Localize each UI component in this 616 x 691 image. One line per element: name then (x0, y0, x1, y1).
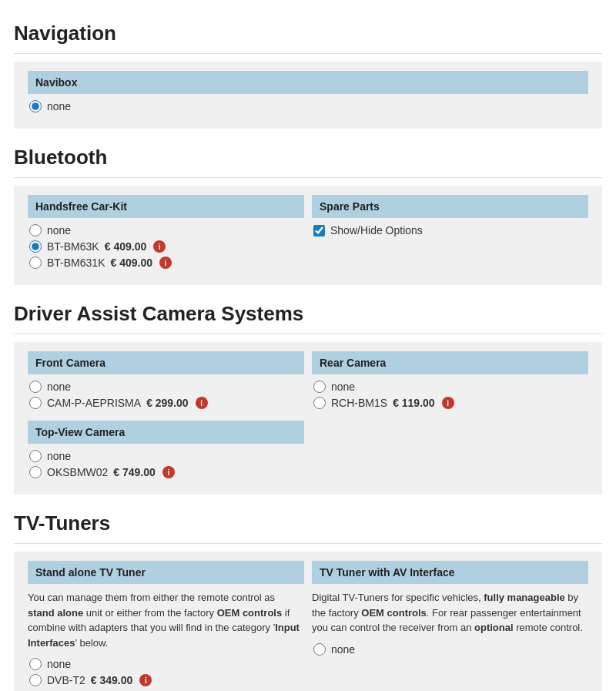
rc-rch-price: € 119.00 (393, 397, 435, 409)
standalone-column: Stand alone TV Tuner You can manage them… (28, 561, 304, 690)
tv-oks-radio[interactable] (29, 466, 42, 478)
top-view-column: Top-View Camera none OKSBMW02 € 749.00 i (28, 421, 304, 478)
tv-oks-item: OKSBMW02 € 749.00 i (28, 466, 304, 478)
navibox-header: Navibox (28, 71, 588, 94)
hf-btbm63k-item: BT-BM63K € 409.00 i (28, 240, 304, 253)
hf-btbm631k-label[interactable]: BT-BM631K (47, 257, 105, 269)
navigation-content: Navibox none (14, 62, 602, 129)
handsfree-header: Handsfree Car-Kit (28, 195, 304, 218)
av-none-radio[interactable] (313, 643, 326, 656)
tv-tuners-content: Stand alone TV Tuner You can manage them… (14, 552, 602, 691)
show-hide-item: Show/Hide Options (312, 224, 588, 236)
hf-btbm63k-radio[interactable] (29, 240, 42, 253)
nav-none-item: none (28, 100, 588, 112)
top-view-header: Top-View Camera (28, 421, 304, 444)
tv-none-label[interactable]: none (47, 450, 71, 462)
standalone-header: Stand alone TV Tuner (28, 561, 304, 584)
front-camera-header: Front Camera (28, 351, 304, 374)
sa-none-label[interactable]: none (47, 658, 71, 670)
fc-cam-info-icon[interactable]: i (196, 397, 208, 409)
handsfree-column: Handsfree Car-Kit none BT-BM63K € 409.00… (28, 195, 304, 273)
hf-btbm63k-price: € 409.00 (105, 240, 147, 253)
rc-rch-item: RCH-BM1S € 119.00 i (312, 397, 588, 409)
av-interface-header: TV Tuner with AV Interface (312, 561, 588, 584)
sa-dvbt2-label[interactable]: DVB-T2 (47, 674, 85, 686)
sa-dvbt2-info-icon[interactable]: i (139, 674, 152, 686)
bluetooth-section: Bluetooth Handsfree Car-Kit none BT-BM63… (14, 136, 602, 285)
rc-rch-radio[interactable] (313, 397, 326, 409)
hf-btbm631k-radio[interactable] (29, 257, 42, 269)
tv-tuners-section: TV-Tuners Stand alone TV Tuner You can m… (14, 502, 602, 691)
fc-none-item: none (28, 381, 304, 393)
front-camera-column: Front Camera none CAM-P-AEPRISMA € 299.0… (28, 351, 304, 413)
bluetooth-columns: Handsfree Car-Kit none BT-BM63K € 409.00… (28, 195, 588, 273)
hf-none-label[interactable]: none (47, 224, 71, 236)
av-interface-column: TV Tuner with AV Interface Digital TV-Tu… (312, 561, 588, 690)
standalone-description: You can manage them from either the remo… (28, 590, 304, 650)
fc-none-radio[interactable] (29, 381, 42, 393)
tv-tuners-title: TV-Tuners (14, 502, 602, 544)
fc-cam-label[interactable]: CAM-P-AEPRISMA (47, 397, 141, 409)
show-hide-checkbox[interactable] (313, 225, 325, 236)
hf-btbm631k-info-icon[interactable]: i (159, 257, 172, 269)
hf-none-item: none (28, 224, 304, 236)
av-none-label[interactable]: none (331, 643, 355, 656)
bluetooth-content: Handsfree Car-Kit none BT-BM63K € 409.00… (14, 186, 602, 285)
rc-rch-label[interactable]: RCH-BM1S (331, 397, 387, 409)
av-none-item: none (312, 643, 588, 656)
tv-oks-info-icon[interactable]: i (162, 466, 175, 478)
tv-oks-price: € 749.00 (113, 466, 156, 478)
rc-none-radio[interactable] (313, 381, 326, 393)
bluetooth-title: Bluetooth (14, 136, 602, 178)
hf-btbm631k-price: € 409.00 (110, 257, 152, 269)
spare-parts-header: Spare Parts (312, 195, 588, 218)
hf-btbm63k-info-icon[interactable]: i (153, 240, 166, 253)
hf-btbm63k-label[interactable]: BT-BM63K (47, 240, 99, 253)
fc-cam-price: € 299.00 (146, 397, 189, 409)
sa-none-radio[interactable] (29, 658, 42, 670)
navigation-section: Navigation Navibox none (14, 12, 602, 129)
tv-none-radio[interactable] (29, 450, 42, 462)
rc-rch-info-icon[interactable]: i (442, 397, 454, 409)
tv-tuner-columns: Stand alone TV Tuner You can manage them… (28, 561, 588, 690)
tv-none-item: none (28, 450, 304, 462)
camera-columns-top: Front Camera none CAM-P-AEPRISMA € 299.0… (28, 351, 588, 413)
rc-none-item: none (312, 381, 588, 393)
driver-assist-content: Front Camera none CAM-P-AEPRISMA € 299.0… (14, 342, 602, 495)
fc-cam-radio[interactable] (29, 397, 42, 409)
sa-dvbt2-item: DVB-T2 € 349.00 i (28, 674, 304, 686)
driver-assist-section: Driver Assist Camera Systems Front Camer… (14, 293, 602, 495)
tv-oks-label[interactable]: OKSBMW02 (47, 466, 108, 478)
fc-cam-item: CAM-P-AEPRISMA € 299.00 i (28, 397, 304, 409)
navigation-title: Navigation (14, 12, 602, 54)
sa-none-item: none (28, 658, 304, 670)
rc-none-label[interactable]: none (331, 381, 355, 393)
spare-parts-column: Spare Parts Show/Hide Options (312, 195, 588, 273)
nav-none-radio[interactable] (29, 100, 42, 112)
sa-dvbt2-price: € 349.00 (91, 674, 133, 686)
show-hide-label[interactable]: Show/Hide Options (330, 224, 423, 236)
top-view-row: Top-View Camera none OKSBMW02 € 749.00 i (28, 421, 588, 478)
av-interface-description: Digital TV-Tuners for specific vehicles,… (312, 590, 588, 636)
hf-btbm631k-item: BT-BM631K € 409.00 i (28, 257, 304, 269)
rear-camera-header: Rear Camera (312, 351, 588, 374)
fc-none-label[interactable]: none (47, 381, 71, 393)
driver-assist-title: Driver Assist Camera Systems (14, 293, 602, 334)
page-wrapper: Navigation Navibox none Bluetooth Handsf… (0, 0, 616, 691)
nav-none-label[interactable]: none (47, 100, 71, 112)
rear-camera-column: Rear Camera none RCH-BM1S € 119.00 i (312, 351, 588, 413)
hf-none-radio[interactable] (29, 224, 42, 236)
sa-dvbt2-radio[interactable] (29, 674, 42, 686)
